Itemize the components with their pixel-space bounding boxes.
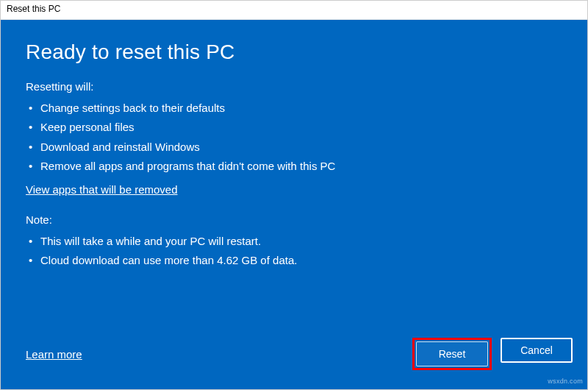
window-titlebar: Reset this PC: [1, 1, 587, 20]
list-item: Keep personal files: [26, 118, 562, 137]
list-item: Cloud download can use more than 4.62 GB…: [26, 251, 562, 270]
note-label: Note:: [26, 213, 562, 226]
reset-pc-window: Reset this PC Ready to reset this PC Res…: [0, 0, 588, 390]
view-apps-link[interactable]: View apps that will be removed: [26, 183, 562, 196]
list-item: Remove all apps and programs that didn't…: [26, 157, 562, 176]
reset-button[interactable]: Reset: [416, 341, 488, 366]
page-heading: Ready to reset this PC: [26, 40, 562, 64]
footer-buttons: Reset Cancel: [412, 338, 573, 370]
window-title: Reset this PC: [7, 4, 60, 14]
window-content: Ready to reset this PC Resetting will: C…: [1, 20, 587, 389]
footer-bar: Learn more Reset Cancel: [26, 338, 573, 370]
list-item: Change settings back to their defaults: [26, 99, 562, 118]
note-list: This will take a while and your PC will …: [26, 232, 562, 271]
resetting-will-list: Change settings back to their defaults K…: [26, 99, 562, 176]
note-section: Note: This will take a while and your PC…: [26, 213, 562, 278]
list-item: Download and reinstall Windows: [26, 138, 562, 157]
watermark-text: wsxdn.com: [548, 377, 583, 385]
resetting-will-label: Resetting will:: [26, 80, 562, 93]
learn-more-link[interactable]: Learn more: [26, 348, 82, 361]
list-item: This will take a while and your PC will …: [26, 232, 562, 251]
reset-button-highlight: Reset: [412, 338, 492, 370]
cancel-button[interactable]: Cancel: [501, 338, 573, 363]
